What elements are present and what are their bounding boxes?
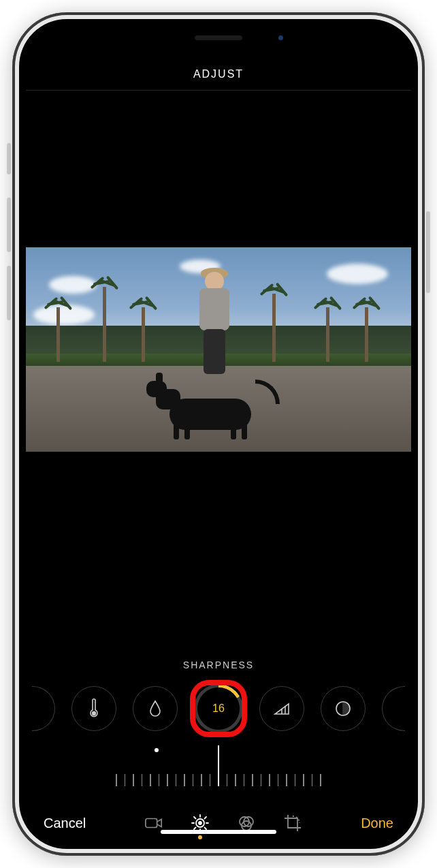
photo-subject-dog bbox=[149, 371, 285, 439]
half-circle-icon bbox=[334, 700, 352, 717]
bottom-toolbar: Cancel bbox=[26, 801, 411, 842]
svg-line-10 bbox=[194, 817, 196, 819]
svg-line-13 bbox=[194, 828, 196, 830]
photo-preview[interactable] bbox=[26, 247, 411, 452]
adjustment-name: SHARPNESS bbox=[26, 660, 411, 670]
slider-origin-dot bbox=[155, 748, 159, 752]
video-icon bbox=[144, 816, 163, 831]
adjustment-slider[interactable] bbox=[26, 752, 411, 786]
svg-point-14 bbox=[199, 822, 201, 824]
home-indicator[interactable] bbox=[161, 830, 276, 834]
tint-tool[interactable] bbox=[133, 686, 178, 731]
svg-rect-4 bbox=[146, 818, 157, 827]
notch bbox=[133, 26, 304, 49]
tool-edge-right[interactable] bbox=[382, 686, 405, 731]
svg-line-12 bbox=[205, 817, 207, 819]
screen: ADJUST bbox=[26, 26, 411, 842]
definition-tool[interactable] bbox=[259, 686, 304, 731]
slider-indicator bbox=[218, 745, 219, 775]
svg-line-11 bbox=[205, 828, 207, 830]
sharpness-tool[interactable]: 16 bbox=[194, 684, 243, 733]
crop-tab[interactable] bbox=[283, 813, 302, 833]
active-tab-dot bbox=[198, 835, 202, 839]
svg-point-0 bbox=[93, 712, 96, 715]
droplet-icon bbox=[147, 699, 163, 718]
adjustment-tool-row[interactable]: 16 bbox=[26, 684, 411, 733]
photo-preview-area bbox=[26, 91, 411, 660]
silence-switch[interactable] bbox=[7, 143, 11, 174]
phone-frame: ADJUST bbox=[12, 12, 425, 856]
warmth-tool[interactable] bbox=[71, 686, 116, 731]
front-camera bbox=[278, 35, 283, 40]
thermometer-icon bbox=[86, 698, 101, 719]
power-button[interactable] bbox=[426, 211, 430, 293]
noise-reduction-tool[interactable] bbox=[321, 686, 366, 731]
mode-title: ADJUST bbox=[26, 68, 411, 91]
triangle-icon bbox=[273, 701, 291, 716]
photo-subject-person bbox=[195, 272, 236, 374]
speaker bbox=[195, 35, 242, 40]
cancel-button[interactable]: Cancel bbox=[44, 816, 86, 831]
tool-edge-left[interactable] bbox=[32, 686, 55, 731]
volume-down-button[interactable] bbox=[7, 266, 11, 320]
done-button[interactable]: Done bbox=[361, 816, 393, 831]
adjustment-value: 16 bbox=[212, 702, 225, 715]
volume-up-button[interactable] bbox=[7, 198, 11, 252]
crop-icon bbox=[283, 813, 302, 833]
